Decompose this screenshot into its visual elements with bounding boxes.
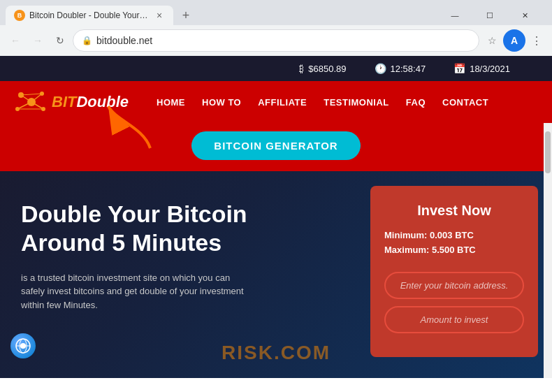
invest-maximum: Maximum: 5.500 BTC (384, 245, 524, 255)
logo-graphic (14, 88, 49, 116)
generator-row: BITCOIN GENERATOR (0, 123, 552, 171)
scrollbar-thumb[interactable] (545, 131, 551, 173)
nav-howto[interactable]: HOW TO (202, 97, 241, 108)
ticker-bar: ₿ $6850.89 🕐 12:58:47 📅 18/3/2021 (0, 56, 552, 81)
website-content: ₿ $6850.89 🕐 12:58:47 📅 18/3/2021 (0, 56, 552, 378)
bitcoin-price: $6850.89 (308, 64, 346, 74)
invest-card: Invest Now Minimum: 0.003 BTC Maximum: 5… (370, 186, 538, 357)
nav-affiliate[interactable]: AFFILIATE (258, 97, 307, 108)
window-controls: — ☐ ✕ (439, 6, 546, 25)
url-text: bitdouble.net (96, 35, 152, 46)
back-button[interactable]: ← (6, 31, 25, 50)
tab-favicon: B (14, 10, 25, 21)
minimize-button[interactable]: — (439, 6, 471, 25)
hero-subtitle: is a trusted bitcoin investment site on … (21, 271, 245, 312)
tab-bar: B Bitcoin Doubler - Double Your B... × +… (0, 0, 552, 25)
address-bar[interactable]: 🔒 bitdouble.net (73, 29, 479, 52)
tab-close-button[interactable]: × (154, 10, 165, 21)
bitcoin-price-icon: ₿ (299, 63, 304, 74)
current-date: 18/3/2021 (470, 64, 510, 74)
bitcoin-generator-button[interactable]: BITCOIN GENERATOR (191, 131, 360, 160)
favicon-letter: B (17, 12, 22, 19)
hero-content: Double Your BitcoinAround 5 Minutes is a… (0, 165, 552, 378)
reload-button[interactable]: ↻ (50, 31, 70, 50)
date-ticker: 📅 18/3/2021 (453, 63, 510, 74)
nav-faq[interactable]: FAQ (406, 97, 426, 108)
browser-chrome: B Bitcoin Doubler - Double Your B... × +… (0, 0, 552, 56)
logo-bit: BIT (52, 93, 76, 110)
profile-button[interactable]: A (503, 29, 525, 52)
time-ticker: 🕐 12:58:47 (375, 63, 426, 74)
bookmark-button[interactable]: ☆ (482, 31, 502, 50)
decoration-icon (15, 338, 31, 354)
forward-button[interactable]: → (28, 31, 48, 50)
svg-line-9 (21, 94, 42, 95)
calendar-icon: 📅 (453, 63, 465, 74)
nav-links: HOME HOW TO AFFILIATE TESTIMONIAL FAQ CO… (157, 97, 538, 108)
menu-button[interactable]: ⋮ (527, 31, 546, 50)
clock-icon: 🕐 (375, 63, 386, 74)
active-tab[interactable]: B Bitcoin Doubler - Double Your B... × (6, 6, 173, 25)
nav-contact[interactable]: CONTACT (442, 97, 488, 108)
tab-title: Bitcoin Doubler - Double Your B... (29, 10, 150, 20)
scrollbar[interactable] (544, 123, 552, 378)
hero-left: Double Your BitcoinAround 5 Minutes is a… (21, 179, 356, 312)
svg-line-6 (31, 94, 42, 102)
address-bar-row: ← → ↻ 🔒 bitdouble.net ☆ A ⋮ (0, 25, 552, 56)
invest-minimum: Minimum: 0.003 BTC (384, 230, 524, 240)
amount-input[interactable] (384, 306, 524, 333)
arrow-annotation (101, 99, 164, 155)
hero-title: Double Your BitcoinAround 5 Minutes (21, 200, 356, 257)
address-bar-actions: ☆ A ⋮ (482, 29, 546, 52)
close-button[interactable]: ✕ (509, 6, 541, 25)
nav-testimonial[interactable]: TESTIMONIAL (324, 97, 389, 108)
bitcoin-address-input[interactable] (384, 272, 524, 299)
blue-ball-decoration (10, 333, 36, 358)
current-time: 12:58:47 (391, 64, 426, 74)
navbar: BITDouble HOME HOW TO AFFILIATE TESTIMON… (0, 81, 552, 123)
hero-section: BITCOIN GENERATOR Double Your BitcoinAro… (0, 123, 552, 378)
maximize-button[interactable]: ☐ (474, 6, 506, 25)
lock-icon: 🔒 (82, 36, 92, 45)
new-tab-button[interactable]: + (176, 6, 196, 25)
invest-card-title: Invest Now (384, 203, 524, 219)
price-ticker: ₿ $6850.89 (299, 63, 346, 74)
